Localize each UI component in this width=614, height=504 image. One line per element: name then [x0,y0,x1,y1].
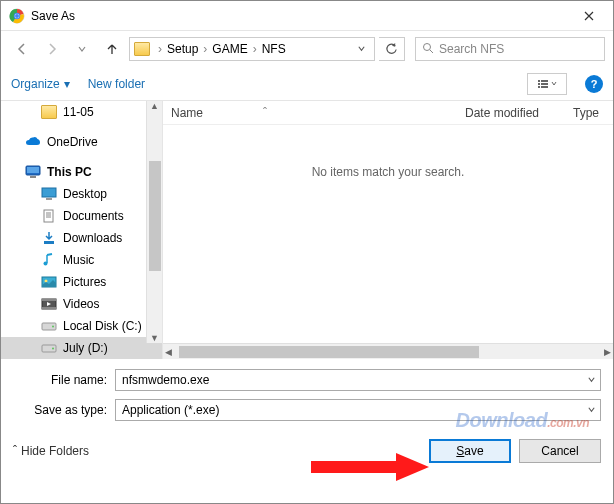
tree-item-local-disk[interactable]: Local Disk (C:) [1,315,162,337]
svg-rect-8 [541,80,548,82]
save-button[interactable]: Save [429,439,511,463]
svg-point-3 [15,14,19,18]
main-area: 11-05 OneDrive This PC Desktop Documents… [1,101,613,359]
address-bar[interactable]: › Setup › GAME › NFS [129,37,375,61]
chevron-down-icon[interactable] [587,405,596,416]
tree-item-music[interactable]: Music [1,249,162,271]
toolbar: Organize▾ New folder ? [1,67,613,101]
videos-icon [41,297,57,311]
computer-icon [25,165,41,179]
disk-icon [41,319,57,333]
svg-point-27 [52,348,54,350]
svg-rect-15 [46,198,52,200]
chevron-right-icon: › [201,42,209,56]
svg-rect-22 [42,299,56,301]
column-headers: Nameˆ Date modified Type [163,101,613,125]
svg-rect-12 [27,167,39,173]
folder-icon [134,42,150,56]
cancel-button[interactable]: Cancel [519,439,601,463]
disk-icon [41,341,57,355]
svg-rect-9 [541,83,548,85]
music-icon [41,253,57,267]
chevron-down-icon[interactable] [587,375,596,386]
svg-rect-23 [42,307,56,309]
file-list-scrollbar[interactable]: ◀▶ [163,343,613,359]
organize-menu[interactable]: Organize▾ [11,77,70,91]
tree-item-july-d[interactable]: July (D:) [1,337,162,359]
search-input[interactable]: Search NFS [415,37,605,61]
footer: ˆHide Folders Save Cancel [1,429,613,475]
navigation-tree: 11-05 OneDrive This PC Desktop Documents… [1,101,163,359]
filename-label: File name: [13,373,115,387]
documents-icon [41,209,57,223]
column-name[interactable]: Nameˆ [163,106,457,120]
breadcrumb[interactable]: NFS [259,42,289,56]
svg-point-18 [44,262,48,266]
close-button[interactable] [569,2,609,30]
svg-rect-16 [44,210,53,222]
chevron-right-icon: › [156,42,164,56]
svg-rect-6 [538,83,540,85]
recent-dropdown[interactable] [69,36,95,62]
chevron-up-icon: ˆ [13,444,17,458]
chevron-down-icon: ▾ [64,77,70,91]
empty-message: No items match your search. [163,125,613,179]
onedrive-icon [25,135,41,149]
folder-icon [41,105,57,119]
refresh-button[interactable] [379,37,405,61]
svg-rect-13 [30,176,36,178]
window-title: Save As [31,9,569,23]
downloads-icon [41,231,57,245]
column-type[interactable]: Type [565,106,613,120]
pictures-icon [41,275,57,289]
chevron-right-icon: › [251,42,259,56]
tree-item-onedrive[interactable]: OneDrive [1,131,162,153]
sidebar-scrollbar[interactable]: ▲▼ [146,101,162,343]
filename-input[interactable]: nfsmwdemo.exe [115,369,601,391]
svg-point-4 [424,43,431,50]
chevron-down-icon[interactable] [353,42,370,56]
tree-item-thispc[interactable]: This PC [1,161,162,183]
new-folder-button[interactable]: New folder [88,77,145,91]
search-icon [422,42,434,57]
form-area: File name: nfsmwdemo.exe Save as type: A… [1,359,613,421]
tree-item-videos[interactable]: Videos [1,293,162,315]
svg-rect-5 [538,80,540,82]
forward-button[interactable] [39,36,65,62]
svg-rect-17 [44,241,54,244]
view-options-button[interactable] [527,73,567,95]
svg-rect-14 [42,188,56,197]
tree-item-downloads[interactable]: Downloads [1,227,162,249]
file-list: Nameˆ Date modified Type No items match … [163,101,613,359]
desktop-icon [41,187,57,201]
tree-item-desktop[interactable]: Desktop [1,183,162,205]
column-date[interactable]: Date modified [457,106,565,120]
sort-indicator-icon: ˆ [263,106,267,120]
back-button[interactable] [9,36,35,62]
saveastype-select[interactable]: Application (*.exe) [115,399,601,421]
app-icon [9,8,25,24]
help-button[interactable]: ? [585,75,603,93]
nav-row: › Setup › GAME › NFS Search NFS [1,31,613,67]
svg-rect-10 [541,86,548,88]
saveastype-label: Save as type: [13,403,115,417]
svg-point-25 [52,326,54,328]
hide-folders-button[interactable]: ˆHide Folders [13,444,89,458]
tree-item-pictures[interactable]: Pictures [1,271,162,293]
search-placeholder: Search NFS [439,42,504,56]
tree-item-documents[interactable]: Documents [1,205,162,227]
svg-rect-7 [538,86,540,88]
breadcrumb[interactable]: Setup [164,42,201,56]
breadcrumb[interactable]: GAME [209,42,250,56]
up-button[interactable] [99,36,125,62]
title-bar: Save As [1,1,613,31]
tree-item-folder[interactable]: 11-05 [1,101,162,123]
